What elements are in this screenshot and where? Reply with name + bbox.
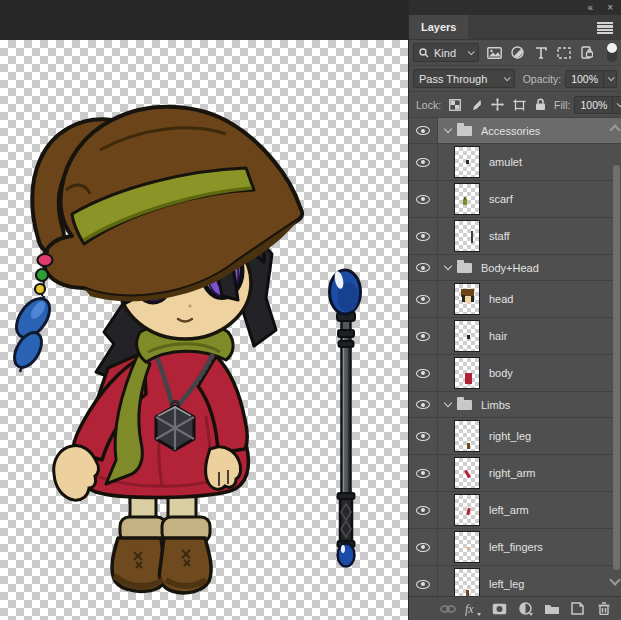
scrollbar-thumb[interactable] bbox=[613, 165, 620, 570]
link-layers-icon[interactable] bbox=[439, 601, 456, 617]
tab-layers[interactable]: Layers bbox=[409, 15, 468, 39]
folder-icon bbox=[457, 263, 472, 273]
thumbnail-content bbox=[467, 547, 470, 550]
filter-toggle[interactable] bbox=[607, 44, 617, 62]
row-content: hair bbox=[438, 318, 621, 354]
panel-menu-icon[interactable] bbox=[597, 22, 613, 34]
layer-name: hair bbox=[489, 330, 507, 342]
layer-style-fx-icon[interactable]: fx bbox=[465, 601, 482, 617]
layer-name: amulet bbox=[489, 156, 522, 168]
layer-row-hair[interactable]: hair bbox=[409, 318, 621, 355]
character-artwork bbox=[9, 107, 302, 593]
layer-thumbnail[interactable] bbox=[454, 357, 480, 389]
layer-row-scarf[interactable]: scarf bbox=[409, 181, 621, 218]
layer-row-right_arm[interactable]: right_arm bbox=[409, 455, 621, 492]
layer-thumbnail[interactable] bbox=[454, 457, 480, 489]
layer-thumbnail[interactable] bbox=[454, 220, 480, 252]
layer-row-body[interactable]: body bbox=[409, 355, 621, 392]
visibility-cell bbox=[409, 529, 438, 565]
visibility-cell bbox=[409, 318, 438, 354]
layer-thumbnail[interactable] bbox=[454, 183, 480, 215]
row-content: Body+Head bbox=[438, 255, 621, 280]
eye-icon[interactable] bbox=[416, 158, 430, 167]
svg-text:fx: fx bbox=[465, 602, 474, 616]
eye-icon[interactable] bbox=[416, 126, 430, 135]
layer-row-left_leg[interactable]: left_leg bbox=[409, 566, 621, 596]
pixel-layers-filter-icon[interactable] bbox=[486, 44, 503, 61]
layer-row-left_fingers[interactable]: left_fingers bbox=[409, 529, 621, 566]
folder-icon bbox=[457, 126, 472, 136]
eye-icon[interactable] bbox=[416, 295, 430, 304]
new-adjustment-layer-icon[interactable] bbox=[517, 601, 534, 617]
eye-icon[interactable] bbox=[416, 263, 430, 272]
layer-row-right_leg[interactable]: right_leg bbox=[409, 418, 621, 455]
layer-thumbnail[interactable] bbox=[454, 568, 480, 596]
lock-all-icon[interactable] bbox=[535, 98, 546, 111]
eye-icon[interactable] bbox=[416, 195, 430, 204]
row-content: staff bbox=[438, 218, 621, 254]
shape-layers-filter-icon[interactable] bbox=[555, 44, 572, 61]
lock-artboard-icon[interactable] bbox=[513, 99, 526, 111]
layer-row-left_arm[interactable]: left_arm bbox=[409, 492, 621, 529]
layer-name: right_leg bbox=[489, 430, 531, 442]
thumbnail-content bbox=[471, 231, 473, 243]
fill-input[interactable]: 100% bbox=[574, 96, 621, 114]
eye-icon[interactable] bbox=[416, 506, 430, 515]
layer-thumbnail[interactable] bbox=[454, 531, 480, 563]
layer-thumbnail[interactable] bbox=[454, 283, 480, 315]
expand-chevron-icon[interactable] bbox=[444, 262, 452, 270]
layer-thumbnail[interactable] bbox=[454, 494, 480, 526]
expand-chevron-icon[interactable] bbox=[444, 125, 452, 133]
group-row-Body+Head[interactable]: Body+Head bbox=[409, 255, 621, 281]
visibility-cell bbox=[409, 355, 438, 391]
filter-kind-dropdown[interactable]: Kind bbox=[413, 43, 479, 62]
eye-icon[interactable] bbox=[416, 580, 430, 589]
layer-name: body bbox=[489, 367, 513, 379]
thumbnail-content bbox=[464, 197, 466, 200]
eye-icon[interactable] bbox=[416, 400, 430, 409]
visibility-cell bbox=[409, 281, 438, 317]
delete-layer-icon[interactable] bbox=[595, 601, 612, 617]
eye-icon[interactable] bbox=[416, 432, 430, 441]
eye-icon[interactable] bbox=[416, 543, 430, 552]
eye-icon[interactable] bbox=[416, 469, 430, 478]
type-layers-filter-icon[interactable] bbox=[532, 44, 549, 61]
visibility-cell bbox=[409, 566, 438, 596]
thumbnail-content bbox=[462, 295, 465, 302]
thumbnail-content bbox=[467, 335, 470, 339]
row-content: amulet bbox=[438, 144, 621, 180]
eye-icon[interactable] bbox=[416, 332, 430, 341]
thumbnail-content bbox=[467, 443, 470, 449]
lock-transparency-icon[interactable] bbox=[449, 99, 461, 111]
layer-thumbnail[interactable] bbox=[454, 420, 480, 452]
eye-icon[interactable] bbox=[416, 232, 430, 241]
opacity-input[interactable]: 100% bbox=[565, 70, 617, 88]
thumbnail-content bbox=[466, 160, 469, 164]
close-icon[interactable]: × bbox=[607, 3, 613, 13]
eye-icon[interactable] bbox=[416, 369, 430, 378]
group-name: Limbs bbox=[481, 399, 510, 411]
collapse-panels-icon[interactable]: « bbox=[588, 3, 594, 13]
smart-object-filter-icon[interactable] bbox=[578, 44, 595, 61]
new-group-icon[interactable] bbox=[543, 601, 560, 617]
canvas-artwork[interactable] bbox=[0, 0, 408, 620]
adjustment-layers-filter-icon[interactable] bbox=[509, 44, 526, 61]
lock-position-icon[interactable] bbox=[491, 98, 504, 111]
row-content: right_leg bbox=[438, 418, 621, 454]
lock-pixels-icon[interactable] bbox=[470, 99, 482, 111]
blend-mode-dropdown[interactable]: Pass Through bbox=[413, 69, 515, 88]
visibility-cell bbox=[409, 144, 438, 180]
layer-thumbnail[interactable] bbox=[454, 320, 480, 352]
row-content: head bbox=[438, 281, 621, 317]
group-row-Accessories[interactable]: Accessories bbox=[409, 118, 621, 144]
group-row-Limbs[interactable]: Limbs bbox=[409, 392, 621, 418]
layer-row-staff[interactable]: staff bbox=[409, 218, 621, 255]
new-layer-icon[interactable] bbox=[569, 601, 586, 617]
layer-row-amulet[interactable]: amulet bbox=[409, 144, 621, 181]
document-canvas[interactable] bbox=[0, 0, 408, 620]
add-layer-mask-icon[interactable] bbox=[491, 601, 508, 617]
thumbnail-content bbox=[471, 296, 474, 302]
expand-chevron-icon[interactable] bbox=[444, 399, 452, 407]
layer-row-head[interactable]: head bbox=[409, 281, 621, 318]
layer-thumbnail[interactable] bbox=[454, 146, 480, 178]
